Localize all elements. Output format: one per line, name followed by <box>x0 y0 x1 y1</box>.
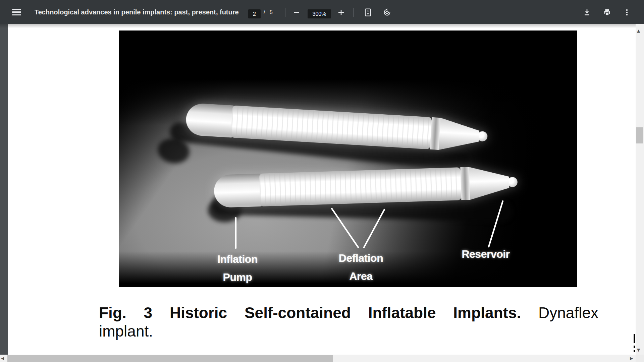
zoom-out-button[interactable] <box>290 6 303 18</box>
page-count: 5 <box>270 0 273 24</box>
plus-icon <box>337 8 345 16</box>
caption-word: Fig. <box>99 304 126 322</box>
page-number-input[interactable] <box>248 9 261 18</box>
caption-word: Self-contained <box>245 304 351 322</box>
fit-page-button[interactable] <box>362 6 374 18</box>
text-cursor-artifact <box>634 334 635 343</box>
vertical-scrollbar-track[interactable] <box>636 24 644 355</box>
more-vertical-icon <box>623 8 631 16</box>
vertical-scroll-thumb[interactable] <box>636 127 643 143</box>
caption-word: Dynaflex <box>538 304 598 322</box>
toolbar-divider <box>353 8 354 17</box>
zoom-level[interactable]: 300% <box>308 9 331 18</box>
label-inflation-pump: Inflation Pump <box>217 250 258 286</box>
pdf-toolbar: Technological advances in penile implant… <box>0 0 644 24</box>
caption-line-1: Fig. 3 Historic Self-contained Inflatabl… <box>99 304 598 322</box>
caption-word: Historic <box>170 304 227 322</box>
caption-word: Inflatable <box>368 304 436 322</box>
rotate-ccw-button[interactable] <box>381 6 393 18</box>
caption-word: 3 <box>144 304 153 322</box>
toolbar-shadow <box>0 24 644 28</box>
text-cursor-artifact <box>634 346 635 348</box>
more-options-button[interactable] <box>621 6 633 18</box>
print-button[interactable] <box>601 6 613 18</box>
zoom-in-button[interactable] <box>335 6 347 18</box>
scrollbar-corner <box>636 355 644 362</box>
scroll-up-icon[interactable]: ▲ <box>637 29 640 33</box>
menu-icon[interactable] <box>12 9 22 15</box>
download-button[interactable] <box>581 6 593 18</box>
rotate-ccw-icon <box>383 8 391 17</box>
scroll-down-icon[interactable]: ▼ <box>637 348 640 352</box>
download-icon <box>583 8 591 16</box>
scroll-left-icon[interactable]: ◀ <box>1 356 4 360</box>
print-icon <box>603 8 611 16</box>
figure-caption: Fig. 3 Historic Self-contained Inflatabl… <box>99 304 598 341</box>
scroll-right-icon[interactable]: ▶ <box>630 356 633 360</box>
horizontal-scroll-thumb[interactable] <box>7 355 333 362</box>
page-separator: / <box>264 0 265 24</box>
text-cursor-artifact <box>634 350 635 352</box>
caption-line-2: implant. <box>99 322 598 341</box>
label-deflation-area: Deflation Area <box>339 249 383 285</box>
figure-photo: Inflation Pump Deflation Area Reservoir <box>119 31 577 287</box>
label-reservoir: Reservoir <box>462 245 509 263</box>
document-title: Technological advances in penile implant… <box>35 0 239 24</box>
minus-icon <box>292 8 301 16</box>
toolbar-divider <box>285 8 285 17</box>
fit-page-icon <box>364 8 372 17</box>
caption-word: Implants. <box>453 304 521 322</box>
